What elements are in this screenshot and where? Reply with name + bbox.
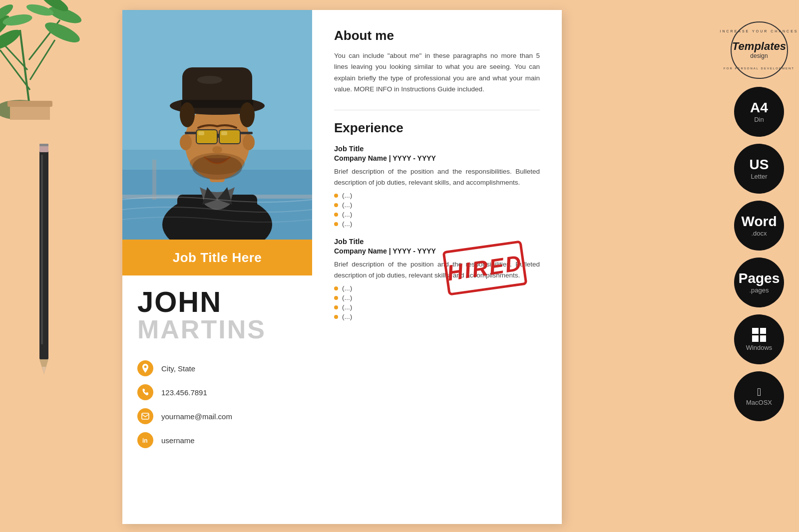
svg-rect-15: [7, 101, 52, 107]
win-square-br: [760, 335, 767, 342]
resume-left-col: Job Title Here JOHN MARTINS City, State: [122, 10, 312, 524]
phone-icon: [137, 384, 153, 400]
experience-item-2: Job Title Company Name | YYYY - YYYY Bri…: [334, 238, 540, 320]
exp2-bullets: (...) (...) (...) (...): [334, 284, 540, 320]
svg-rect-26: [152, 160, 156, 200]
profile-photo: [122, 10, 312, 240]
contact-email: yourname@mail.com: [137, 408, 297, 424]
badge-mac-label: MacOSX: [746, 399, 772, 406]
svg-point-49: [144, 366, 147, 368]
brand-bottom-text: FOR PERSONAL DEVELOPMENT: [724, 67, 795, 70]
resume-card: Job Title Here JOHN MARTINS City, State: [122, 10, 562, 524]
bullet-item: (...): [334, 211, 540, 218]
svg-rect-50: [142, 413, 149, 419]
bullet-dot: [334, 286, 338, 290]
badge-us-main: US: [750, 157, 769, 173]
svg-rect-38: [217, 134, 219, 138]
name-section: JOHN MARTINS: [122, 275, 312, 350]
brand-main-text: Templates: [732, 40, 786, 52]
linkedin-text: username: [161, 436, 195, 445]
plant-decoration: [0, 0, 110, 120]
win-square-tl: [752, 328, 759, 334]
bullet-item: (...): [334, 220, 540, 228]
svg-text:in: in: [142, 437, 148, 444]
badge-word-main: Word: [741, 214, 777, 230]
contact-phone: 123.456.7891: [137, 384, 297, 400]
contact-linkedin: in username: [137, 432, 297, 448]
experience-item-1: Job Title Company Name | YYYY - YYYY Bri…: [334, 145, 540, 228]
svg-point-47: [180, 102, 195, 127]
job-title-text: Job Title Here: [173, 250, 262, 266]
bullet-dot: [334, 194, 338, 198]
format-badge-windows[interactable]: Windows: [734, 314, 784, 364]
svg-rect-40: [240, 132, 253, 134]
location-text: City, State: [161, 364, 195, 373]
win-square-tr: [760, 328, 767, 334]
bullet-dot: [334, 222, 338, 226]
svg-point-31: [180, 134, 192, 150]
svg-rect-41: [198, 131, 204, 135]
svg-point-32: [243, 134, 255, 150]
badge-windows-label: Windows: [746, 344, 773, 351]
exp1-job-title: Job Title: [334, 145, 540, 153]
about-text: You can include "about me" in these para…: [334, 50, 540, 95]
contact-location: City, State: [137, 360, 297, 376]
svg-line-1: [20, 30, 30, 110]
about-title: About me: [334, 28, 540, 43]
format-badge-us[interactable]: US Letter: [734, 144, 784, 194]
pencil-decoration: [32, 140, 55, 379]
svg-line-3: [30, 40, 55, 80]
section-divider: [334, 110, 540, 110]
exp1-bullets: (...) (...) (...) (...): [334, 192, 540, 228]
format-badge-mac[interactable]:  MacOSX: [734, 371, 784, 421]
badge-a4-sub: Din: [754, 116, 764, 123]
brand-design-text: design: [750, 52, 768, 59]
win-square-bl: [752, 335, 759, 342]
resume-right-col: About me You can include "about me" in t…: [312, 10, 562, 524]
about-section: About me You can include "about me" in t…: [334, 28, 540, 95]
brand-logo: INCREASE YOUR CHANCES Templates design F…: [729, 20, 789, 80]
bullet-dot: [334, 305, 338, 309]
format-badge-a4[interactable]: A4 Din: [734, 87, 784, 137]
badge-pages-sub: .pages: [749, 286, 769, 294]
bullet-item: (...): [334, 201, 540, 209]
format-badge-word[interactable]: Word .docx: [734, 201, 784, 251]
apple-icon: : [757, 387, 761, 398]
svg-point-48: [240, 102, 255, 127]
linkedin-icon: in: [137, 432, 153, 448]
last-name: MARTINS: [137, 316, 297, 342]
phone-text: 123.456.7891: [161, 388, 207, 397]
svg-point-35: [212, 146, 222, 153]
job-title-banner: Job Title Here: [122, 240, 312, 275]
badge-pages-main: Pages: [739, 271, 780, 286]
bullet-item: (...): [334, 303, 540, 311]
hired-text: HIRED: [445, 251, 524, 286]
windows-icon: [752, 328, 766, 342]
bullet-item: (...): [334, 294, 540, 301]
svg-rect-16: [39, 150, 48, 359]
contact-section: City, State 123.456.7891 yourname@mai: [122, 350, 312, 466]
format-badge-pages[interactable]: Pages .pages: [734, 258, 784, 307]
email-icon: [137, 408, 153, 424]
bullet-item: (...): [334, 313, 540, 320]
format-sidebar: INCREASE YOUR CHANCES Templates design F…: [729, 20, 789, 421]
experience-section: Experience Job Title Company Name | YYYY…: [334, 120, 540, 320]
brand-top-text: INCREASE YOUR CHANCES: [720, 29, 798, 33]
email-text: yourname@mail.com: [161, 412, 232, 421]
brand-circle: INCREASE YOUR CHANCES Templates design F…: [731, 21, 788, 79]
exp1-desc: Brief description of the position and th…: [334, 166, 540, 188]
svg-rect-20: [39, 144, 48, 146]
svg-point-46: [197, 76, 222, 84]
svg-rect-42: [221, 131, 227, 135]
bullet-item: (...): [334, 192, 540, 199]
bullet-dot: [334, 203, 338, 207]
svg-rect-39: [185, 132, 196, 134]
experience-title: Experience: [334, 120, 540, 136]
first-name: JOHN: [137, 287, 297, 316]
bullet-dot: [334, 296, 338, 300]
bullet-dot: [334, 213, 338, 217]
badge-a4-main: A4: [750, 100, 768, 116]
svg-rect-21: [41, 155, 43, 344]
badge-word-sub: .docx: [751, 230, 767, 237]
svg-marker-18: [42, 367, 46, 374]
